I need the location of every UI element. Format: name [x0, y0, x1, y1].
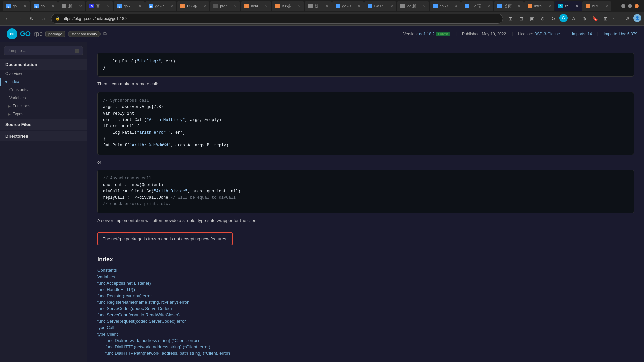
tab-new-2[interactable]: 新标签 ✕: [305, 1, 332, 11]
index-link-serverequest[interactable]: func ServeRequest(codec ServerCodec) err…: [97, 318, 634, 324]
browser-icon-2[interactable]: ▣: [527, 14, 537, 23]
tab-gorpc-cap[interactable]: Go RPC... ✕: [364, 1, 396, 11]
tab-rpc-active[interactable]: G rpc -... ✕: [555, 1, 582, 11]
tab-close-icon[interactable]: ✕: [139, 4, 141, 8]
tab-favicon: [528, 4, 532, 8]
index-link-register[interactable]: func Register(rcvr any) error: [97, 293, 634, 299]
sidebar-item-constants[interactable]: Constants: [0, 86, 87, 94]
browser-icon-8[interactable]: ⊞: [601, 14, 610, 23]
sidebar-item-functions[interactable]: ▶ Functions: [0, 102, 87, 110]
tab-close-icon[interactable]: ✕: [170, 4, 173, 8]
index-link-serveconn[interactable]: func ServeConn(conn io.ReadWriteCloser): [97, 312, 634, 318]
forward-button[interactable]: →: [15, 14, 24, 23]
imported-link[interactable]: Imported by: 6,379: [604, 32, 637, 36]
sidebar-item-variables[interactable]: Variables: [0, 94, 87, 102]
tab-close-icon[interactable]: ✕: [518, 4, 520, 8]
home-button[interactable]: ⌂: [39, 14, 48, 23]
sidebar-docs-header: Documentation: [0, 59, 87, 70]
version-link[interactable]: go1.18.2: [419, 32, 435, 36]
imports-link[interactable]: Imports: 14: [572, 32, 592, 36]
tab-close-icon[interactable]: ✕: [390, 4, 393, 8]
tab-35zi-2[interactable]: ⑆35条资... ✕: [272, 1, 304, 11]
published-text: Published: May 10, 2022: [462, 32, 506, 36]
back-button[interactable]: ←: [3, 14, 12, 23]
tab-favicon: [368, 4, 372, 8]
tab-label: rpc -...: [565, 4, 574, 8]
index-link-dialhttp[interactable]: func DialHTTP(network, address string) (…: [97, 344, 634, 350]
minimize-button[interactable]: [621, 4, 625, 8]
index-link-handlehttp[interactable]: func HandleHTTP(): [97, 286, 634, 293]
tab-close-icon[interactable]: ✕: [358, 4, 360, 8]
sidebar-dirs-header[interactable]: Directories: [0, 131, 87, 141]
tab-goland-1[interactable]: g goland ✕: [3, 1, 30, 11]
feedback-button[interactable]: ⟵: [612, 14, 621, 23]
tab-close-icon[interactable]: ✕: [234, 4, 237, 8]
translate-button[interactable]: A: [569, 14, 578, 23]
browser-icon-7[interactable]: 🔖: [590, 14, 600, 23]
index-title: Index: [97, 256, 634, 263]
types-expand-icon: ▶: [8, 112, 11, 116]
index-link-variables[interactable]: Variables: [97, 274, 634, 280]
sidebar-item-overview[interactable]: Overview: [0, 70, 87, 78]
index-link-dial[interactable]: func Dial(network, address string) (*Cli…: [97, 337, 634, 344]
tab-close-icon[interactable]: ✕: [487, 4, 490, 8]
index-link-servecodec[interactable]: func ServeCodec(codec ServerCodec): [97, 305, 634, 312]
tab-35zi[interactable]: ⑆ ⑆35条资... ✕: [177, 1, 210, 11]
index-link-constants[interactable]: Constants: [97, 267, 634, 274]
tab-close-icon[interactable]: ✕: [79, 4, 82, 8]
jump-to-box[interactable]: Jump to ... f: [4, 46, 83, 55]
copy-path-button[interactable]: ⧉: [103, 31, 107, 37]
tab-go-rpc-3[interactable]: go - rpc... ✕: [430, 1, 461, 11]
extensions-button[interactable]: ⊞: [506, 14, 515, 23]
tab-go-lang[interactable]: Go 语言... ✕: [461, 1, 493, 11]
tab-baidu[interactable]: 百 百度搜 ✕: [86, 1, 113, 11]
tab-close-icon[interactable]: ✕: [548, 4, 551, 8]
index-link-type-client[interactable]: type Client: [97, 331, 634, 337]
tab-go-rpc[interactable]: g go - rpc... ✕: [145, 1, 176, 11]
index-link-type-call[interactable]: type Call: [97, 324, 634, 331]
sidebar-item-types[interactable]: ▶ Types: [0, 110, 87, 118]
tab-intro[interactable]: Introdu... ✕: [524, 1, 554, 11]
tab-close-icon[interactable]: ✕: [298, 4, 301, 8]
tab-close-icon[interactable]: ✕: [576, 4, 578, 8]
tab-close-icon[interactable]: ✕: [605, 4, 608, 8]
browser-icon-1[interactable]: ⊡: [517, 14, 526, 23]
tab-close-icon[interactable]: ✕: [203, 4, 206, 8]
sidebar-item-index[interactable]: Index: [0, 78, 87, 86]
tab-close-icon[interactable]: ✕: [265, 4, 268, 8]
index-link-dialhttppath[interactable]: func DialHTTPPath(network, address, path…: [97, 350, 634, 356]
sync-button[interactable]: ↺: [623, 14, 632, 23]
reload-button[interactable]: ↻: [27, 14, 36, 23]
license-link[interactable]: BSD-3-Clause: [534, 32, 560, 36]
browser-icon-3[interactable]: ⊙: [538, 14, 547, 23]
tab-close-icon[interactable]: ✕: [107, 4, 110, 8]
tab-goland-2[interactable]: g goland ✕: [31, 1, 58, 11]
tab-close-icon[interactable]: ✕: [326, 4, 328, 8]
tab-bufio[interactable]: bufio -... ✕: [582, 1, 611, 11]
tab-oo-new[interactable]: oo 新标签 ✕: [397, 1, 429, 11]
tab-propos[interactable]: propos... ✕: [210, 1, 240, 11]
maximize-button[interactable]: [628, 4, 632, 8]
index-link-accept[interactable]: func Accept(lis net.Listener): [97, 280, 634, 286]
tab-close-icon[interactable]: ✕: [24, 4, 26, 8]
index-link-registername[interactable]: func RegisterName(name string, rcvr any)…: [97, 299, 634, 305]
browser-icon-5[interactable]: G: [559, 14, 568, 22]
browser-icon-6[interactable]: ⊕: [580, 14, 589, 23]
tab-netrpc[interactable]: ⑆ net/rpc... ✕: [241, 1, 271, 11]
tab-close-icon[interactable]: ✕: [454, 4, 457, 8]
tab-close-icon[interactable]: ✕: [52, 4, 54, 8]
close-button[interactable]: [635, 4, 639, 8]
async-comment: // Asynchronous call: [103, 176, 151, 181]
sidebar-source-header[interactable]: Source Files: [0, 119, 87, 130]
sep-4: |: [597, 32, 598, 36]
tab-go-rpc-2[interactable]: go - rpc... ✕: [332, 1, 364, 11]
tab-go-doc[interactable]: g go - Do... ✕: [114, 1, 145, 11]
profile-button[interactable]: 👤: [633, 14, 641, 22]
code-block-1: log.Fatal("dialing:", err) }: [97, 53, 634, 77]
tab-new-1[interactable]: 新标签 ✕: [58, 1, 86, 11]
new-tab-button[interactable]: +: [612, 1, 621, 11]
browser-icon-4[interactable]: ↻: [549, 14, 558, 23]
tab-homepage[interactable]: 首页 - ... ✕: [494, 1, 524, 11]
tab-close-icon[interactable]: ✕: [423, 4, 426, 8]
address-bar[interactable]: 🔒 https://pkg.go.dev/net/rpc@go1.18.2: [51, 14, 503, 24]
